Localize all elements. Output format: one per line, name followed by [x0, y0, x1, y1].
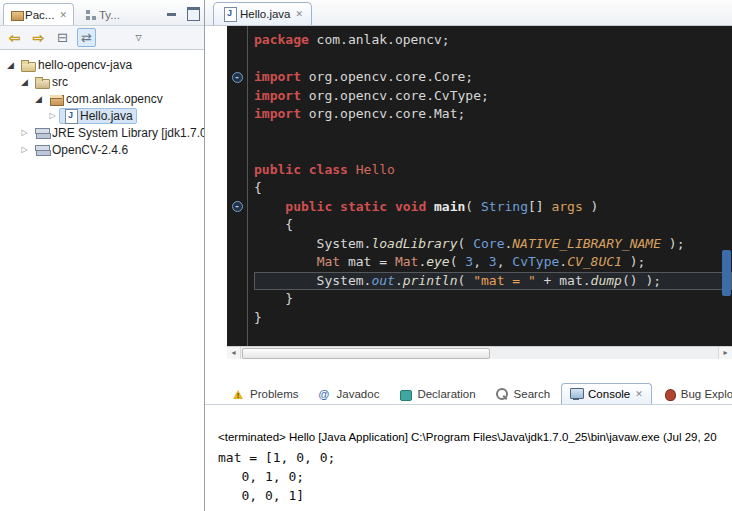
console-panel: <terminated> Hello [Java Application] C:… [205, 405, 732, 511]
type-hierarchy-icon [84, 8, 99, 22]
close-icon[interactable]: ✕ [635, 389, 643, 399]
bottom-tab-label: Javadoc [337, 388, 380, 400]
code-line: package com.anlak.opencv; [254, 31, 732, 50]
eclipse-workbench: Pac...✕Ty... ⇦⇨⊟⇄▽ ◢hello-opencv-java◢sr… [0, 0, 732, 511]
view-tab-label: Ty... [99, 9, 120, 21]
code-editor[interactable]: package com.anlak.opencv; import org.ope… [248, 26, 732, 346]
bottom-tab-console[interactable]: Console✕ [561, 383, 652, 404]
bottom-tab-problems[interactable]: Problems [223, 383, 308, 404]
src-folder-icon [35, 75, 50, 89]
code-line: System.out.println( "mat = " + mat.dump(… [254, 272, 732, 291]
gutter-line [227, 142, 247, 161]
bottom-tab-search[interactable]: Search [487, 383, 559, 404]
back-icon[interactable]: ⇦ [5, 28, 24, 47]
editor-tab-label: Hello.java [240, 8, 291, 20]
gutter-line [227, 290, 247, 309]
tree-item-hello-opencv-java[interactable]: ◢hello-opencv-java [0, 56, 204, 73]
fold-collapse-icon[interactable]: - [232, 201, 243, 212]
library-icon [35, 143, 50, 157]
code-line [254, 50, 732, 69]
collapsed-arrow-icon[interactable]: ▷ [46, 111, 59, 120]
view-tab-pac[interactable]: Pac...✕ [3, 3, 74, 25]
fold-collapse-icon[interactable]: - [232, 72, 243, 83]
minimize-view-icon[interactable] [164, 5, 179, 19]
tree-item-label: hello-opencv-java [38, 58, 132, 72]
main-area: Hello.java ✕ -- package com.anlak.opencv… [205, 0, 732, 511]
gutter-line [227, 105, 247, 124]
expanded-arrow-icon[interactable]: ◢ [18, 77, 31, 87]
console-icon [570, 388, 584, 401]
tree-item-content: com.anlak.opencv [45, 91, 167, 107]
problems-icon [232, 388, 246, 401]
maximize-view-icon[interactable] [185, 5, 200, 19]
search-icon [496, 388, 510, 401]
code-line: Mat mat = Mat.eye( 3, 3, CvType.CV_8UC1 … [254, 253, 732, 272]
declaration-icon [399, 388, 413, 401]
code-line [254, 124, 732, 143]
tree-item-content: OpenCV-2.4.6 [31, 142, 132, 158]
code-line: import org.opencv.core.Core; [254, 68, 732, 87]
javadoc-icon [319, 388, 333, 401]
editor-tabbar: Hello.java ✕ [205, 0, 732, 26]
package-explorer-tree[interactable]: ◢hello-opencv-java◢src◢com.anlak.opencv▷… [0, 50, 204, 511]
editor-tab-hello-java[interactable]: Hello.java ✕ [213, 2, 312, 25]
view-window-buttons [164, 5, 200, 19]
tree-item-label: OpenCV-2.4.6 [52, 143, 128, 157]
gutter-line [227, 87, 247, 106]
close-icon[interactable]: ✕ [296, 9, 304, 19]
expanded-arrow-icon[interactable]: ◢ [4, 60, 17, 70]
scroll-right-icon[interactable]: ▸ [718, 347, 732, 359]
console-process-header: <terminated> Hello [Java Application] C:… [218, 431, 732, 443]
scrollbar-thumb[interactable] [242, 348, 490, 359]
close-icon[interactable]: ✕ [59, 10, 67, 20]
gutter-line [227, 309, 247, 328]
view-menu-icon[interactable]: ▽ [129, 28, 148, 47]
code-line: import org.opencv.core.Mat; [254, 105, 732, 124]
gutter-line: - [227, 198, 247, 217]
gutter-line [227, 179, 247, 198]
view-tab-ty[interactable]: Ty... [77, 3, 127, 25]
collapse-all-icon[interactable]: ⊟ [53, 28, 72, 47]
tree-item-src[interactable]: ◢src [0, 73, 204, 90]
tree-item-content: src [31, 74, 72, 90]
view-toolbar: ⇦⇨⊟⇄▽ [0, 26, 204, 50]
code-line: } [254, 290, 732, 309]
forward-icon[interactable]: ⇨ [29, 28, 48, 47]
gutter-line [227, 235, 247, 254]
java-file-icon [222, 7, 237, 21]
code-line: public static void main( String[] args ) [254, 198, 732, 217]
view-tab-label: Pac... [25, 9, 54, 21]
fold-gutter: -- [227, 26, 248, 346]
bottom-tab-bug-explorer[interactable]: Bug Explorer [654, 383, 732, 404]
bug-icon [663, 388, 677, 401]
gutter-line [227, 31, 247, 50]
expanded-arrow-icon[interactable]: ◢ [32, 94, 45, 104]
code-line: } [254, 309, 732, 328]
console-output: mat = [1, 0, 0; 0, 1, 0; 0, 0, 1] [218, 448, 732, 505]
bottom-tab-declaration[interactable]: Declaration [390, 383, 484, 404]
gutter-line [227, 272, 247, 291]
tree-item-label: com.anlak.opencv [66, 92, 163, 106]
horizontal-scrollbar[interactable]: ◂ ▸ [227, 346, 732, 359]
code-line: public class Hello [254, 161, 732, 180]
package-explorer-icon [10, 8, 25, 22]
bottom-tab-javadoc[interactable]: Javadoc [310, 383, 389, 404]
tree-item-hello-java[interactable]: ▷Hello.java [0, 107, 204, 124]
console-output-line: mat = [1, 0, 0; [218, 448, 732, 467]
collapsed-arrow-icon[interactable]: ▷ [18, 145, 31, 154]
java-project-icon [21, 58, 36, 72]
tree-item-jre-system-library-jdk1-7-0[interactable]: ▷JRE System Library [jdk1.7.0 [0, 124, 204, 141]
tree-item-opencv-2-4-6[interactable]: ▷OpenCV-2.4.6 [0, 141, 204, 158]
tree-item-com-anlak-opencv[interactable]: ◢com.anlak.opencv [0, 90, 204, 107]
overview-ruler-marker [722, 250, 731, 296]
code-line [254, 142, 732, 161]
library-icon [35, 126, 50, 140]
gutter-line [227, 124, 247, 143]
link-with-editor-icon[interactable]: ⇄ [77, 28, 96, 47]
bottom-panel: ProblemsJavadocDeclarationSearchConsole✕… [205, 381, 732, 511]
bottom-tab-label: Console [588, 388, 630, 400]
collapsed-arrow-icon[interactable]: ▷ [18, 128, 31, 137]
tree-item-content: Hello.java [59, 108, 137, 124]
scroll-left-icon[interactable]: ◂ [227, 347, 241, 359]
bottom-tab-label: Bug Explorer [681, 388, 732, 400]
